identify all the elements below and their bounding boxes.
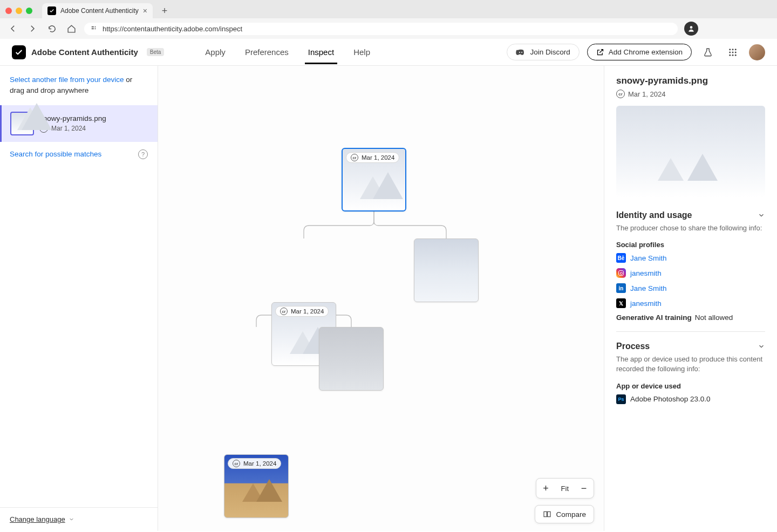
zoom-fit-button[interactable]: Fit: [556, 485, 574, 493]
close-window[interactable]: [5, 8, 12, 14]
external-link-icon: [596, 48, 604, 56]
back-button[interactable]: [6, 22, 19, 35]
behance-icon: Bē: [616, 253, 626, 263]
site-settings-icon: [91, 25, 98, 32]
app-row: Ps Adobe Photoshop 23.0.0: [616, 394, 765, 404]
svg-point-9: [735, 49, 737, 50]
details-meta: cr Mar 1, 2024: [616, 90, 765, 98]
main: Select another file from your device or …: [0, 66, 777, 531]
svg-point-13: [729, 54, 731, 56]
social-instagram[interactable]: janesmith: [616, 268, 765, 278]
change-language-label: Change language: [10, 515, 65, 523]
node-date: Mar 1, 2024: [243, 460, 276, 467]
credentials-icon: cr: [280, 308, 288, 315]
process-desc: The app or device used to produce this c…: [616, 354, 765, 374]
x-icon: 𝕏: [616, 298, 626, 308]
tab-close-icon[interactable]: ×: [143, 6, 147, 15]
browser-profile[interactable]: [684, 22, 698, 36]
svg-point-15: [735, 54, 737, 56]
photoshop-icon: Ps: [616, 394, 626, 404]
url-text: https://contentauthenticity.adobe.com/in…: [103, 25, 242, 33]
search-matches-link[interactable]: Search for possible matches ?: [0, 142, 158, 167]
compare-label: Compare: [556, 510, 586, 519]
tab-apply[interactable]: Apply: [202, 40, 229, 64]
svg-rect-16: [544, 511, 547, 516]
apps-grid-icon[interactable]: [724, 44, 741, 61]
social-x[interactable]: 𝕏 janesmith: [616, 298, 765, 308]
forward-button[interactable]: [26, 22, 39, 35]
social-behance[interactable]: Bē Jane Smith: [616, 253, 765, 263]
address-bar[interactable]: https://contentauthenticity.adobe.com/in…: [84, 23, 678, 35]
tab-title: Adobe Content Authenticity: [60, 7, 139, 15]
tree-node-root[interactable]: crMar 1, 2024: [342, 148, 406, 212]
process-section-toggle[interactable]: Process: [616, 342, 765, 351]
zoom-controls: + Fit −: [536, 478, 594, 499]
file-date: Mar 1, 2024: [51, 125, 86, 132]
behance-name: Jane Smith: [630, 254, 667, 262]
credentials-icon: cr: [616, 90, 625, 98]
social-heading: Social profiles: [616, 241, 765, 249]
process-heading: Process: [616, 342, 650, 351]
user-avatar[interactable]: [749, 44, 765, 60]
identity-heading: Identity and usage: [616, 210, 692, 220]
add-extension-button[interactable]: Add Chrome extension: [587, 44, 692, 60]
brand-icon: [12, 45, 26, 59]
change-language[interactable]: Change language: [0, 507, 158, 531]
compare-button[interactable]: Compare: [535, 505, 594, 523]
help-icon[interactable]: ?: [138, 149, 148, 159]
svg-point-5: [519, 51, 520, 52]
tab-preferences[interactable]: Preferences: [242, 40, 292, 64]
node-date-badge: crMar 1, 2024: [275, 306, 329, 317]
nav-tabs: Apply Preferences Inspect Help: [202, 40, 373, 64]
details-panel: snowy-pyramids.png cr Mar 1, 2024 Identi…: [604, 66, 777, 531]
provenance-canvas[interactable]: crMar 1, 2024 crMar 1, 2024 crMar 1, 202…: [158, 66, 604, 531]
window-controls: [5, 8, 32, 14]
social-linkedin[interactable]: in Jane Smith: [616, 283, 765, 293]
credentials-icon: cr: [351, 154, 358, 161]
file-item[interactable]: snowy-pyramids.png cr Mar 1, 2024: [0, 105, 158, 142]
divider: [616, 331, 765, 332]
details-date: Mar 1, 2024: [628, 90, 665, 98]
svg-point-11: [732, 51, 734, 53]
svg-point-14: [732, 54, 734, 56]
details-title: snowy-pyramids.png: [616, 76, 765, 86]
labs-icon[interactable]: [699, 44, 717, 61]
file-drop-hint: Select another file from your device or …: [0, 66, 158, 105]
svg-rect-0: [92, 26, 94, 28]
sidebar: Select another file from your device or …: [0, 66, 158, 531]
zoom-out-button[interactable]: −: [576, 481, 591, 496]
browser-tab[interactable]: Adobe Content Authenticity ×: [42, 3, 153, 18]
chevron-down-icon: [758, 212, 765, 219]
svg-rect-3: [95, 28, 96, 29]
gen-ai-label: Generative AI training: [616, 313, 692, 322]
reload-button[interactable]: [45, 22, 58, 35]
identity-section-toggle[interactable]: Identity and usage: [616, 210, 765, 220]
tree-node-grandchild-left[interactable]: crMar 1, 2024: [224, 454, 289, 518]
add-extension-label: Add Chrome extension: [609, 48, 683, 56]
app-heading: App or device used: [616, 382, 765, 390]
zoom-in-button[interactable]: +: [539, 481, 554, 496]
app-header: Adobe Content Authenticity Beta Apply Pr…: [0, 39, 777, 66]
node-date: Mar 1, 2024: [362, 154, 394, 161]
maximize-window[interactable]: [26, 8, 32, 14]
tab-inspect[interactable]: Inspect: [305, 40, 337, 64]
x-name: janesmith: [630, 299, 662, 308]
discord-icon: [516, 49, 526, 56]
select-file-link[interactable]: Select another file from your device: [10, 76, 124, 84]
beta-badge: Beta: [147, 48, 165, 56]
new-tab-button[interactable]: +: [157, 3, 172, 18]
tree-node-child-right[interactable]: [414, 238, 479, 302]
preview-image: [616, 106, 765, 197]
svg-rect-17: [548, 511, 550, 516]
search-matches-label: Search for possible matches: [10, 150, 101, 158]
minimize-window[interactable]: [16, 8, 22, 14]
tab-help[interactable]: Help: [350, 40, 373, 64]
svg-point-7: [729, 49, 731, 50]
tree-node-grandchild-right[interactable]: [319, 327, 384, 391]
tab-favicon-icon: [47, 6, 56, 15]
home-button[interactable]: [65, 22, 78, 35]
join-discord-button[interactable]: Join Discord: [507, 44, 579, 60]
brand[interactable]: Adobe Content Authenticity Beta: [12, 45, 164, 59]
identity-desc: The producer chose to share the followin…: [616, 223, 765, 233]
svg-point-4: [690, 26, 693, 29]
